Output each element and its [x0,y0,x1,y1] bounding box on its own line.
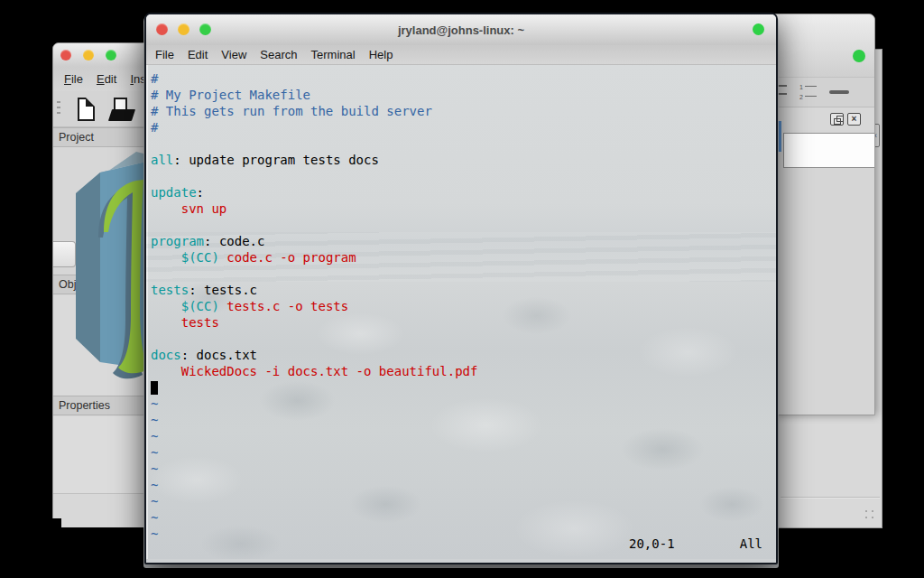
window-status-dot [753,23,764,35]
vim-line [151,217,477,233]
new-document-icon[interactable] [78,98,95,121]
terminal-window: jryland@johns-linux: ~ FileEditViewSearc… [144,13,778,564]
vim-line: WickedDocs -i docs.txt -o beautiful.pdf [151,363,477,379]
close-window-dot[interactable] [60,50,71,61]
vim-line [151,135,477,152]
numlist-bars [805,86,817,89]
minimize-window-dot[interactable] [83,50,94,61]
document-controls-strip: × [775,107,874,130]
vim-tilde: ~ [151,493,477,509]
statusbar-divider [781,497,880,498]
vim-line: tests [151,314,477,331]
numlist-digit: 2 [799,94,803,100]
vim-cursor [151,381,158,395]
terminal-menu-file[interactable]: File [155,48,174,61]
terminal-menu-view[interactable]: View [221,48,246,61]
right-window-toolbar: 1 2 [775,77,874,107]
terminal-title: jryland@johns-linux: ~ [398,23,524,37]
background-window-right: 1 2 × [774,14,875,415]
vim-tilde: ~ [151,526,477,542]
right-window-titlebar[interactable] [775,14,874,77]
vim-line: # This gets run from the build server [151,103,477,119]
vim-line [151,168,477,184]
numlist-digit: 1 [799,84,803,90]
terminal-menu-edit[interactable]: Edit [188,48,208,61]
restore-window-button[interactable] [830,113,844,126]
vim-tilde: ~ [151,477,477,493]
vim-line: docs: docs.txt [151,347,477,363]
open-folder-icon[interactable] [110,98,137,121]
close-document-button[interactable]: × [847,113,861,126]
vim-line: all: update program tests docs [151,152,477,168]
resize-grip-icon[interactable] [864,508,876,521]
window-status-dot [853,50,865,62]
document-page[interactable] [783,133,874,168]
terminal-menu-help[interactable]: Help [369,48,393,61]
vim-tilde: ~ [151,412,477,428]
window-corner-notch [52,518,61,528]
vim-line: $(CC) tests.c -o tests [151,298,477,314]
toolbar-grip-handle[interactable] [57,101,60,117]
close-window-dot[interactable] [156,23,168,35]
app-menu-file[interactable]: File [64,72,83,86]
terminal-menubar: FileEditViewSearchTerminalHelp [146,45,776,65]
vim-tilde: ~ [151,461,477,477]
vim-line: update: [151,184,477,200]
vim-tilde: ~ [151,444,477,461]
numbered-list-icon[interactable]: 1 2 [799,84,817,100]
side-tab-button[interactable] [53,241,76,267]
vim-tilde: ~ [151,509,477,526]
vim-line: program: code.c [151,233,477,249]
terminal-screen[interactable]: ## My Project Makefile# This gets run fr… [146,65,776,559]
terminal-menu-terminal[interactable]: Terminal [311,48,356,61]
terminal-titlebar[interactable]: jryland@johns-linux: ~ [146,14,776,45]
vim-ruler-position: 20,0-1 [629,536,675,553]
traffic-lights [156,23,211,35]
vim-line [151,331,477,347]
vim-line: $(CC) code.c -o program [151,249,477,266]
vim-line [151,266,477,282]
vim-buffer: ## My Project Makefile# This gets run fr… [151,70,477,542]
vim-line: # My Project Makefile [151,87,477,103]
vim-tilde: ~ [151,396,477,412]
vim-line: # [151,119,477,135]
vim-line: tests: tests.c [151,282,477,298]
terminal-menu-search[interactable]: Search [260,48,297,61]
vim-line: svn up [151,200,477,217]
toolbar-blue-sliver [778,121,781,152]
vim-tilde: ~ [151,428,477,444]
separator-dash-icon [829,90,849,94]
app-menu-edit[interactable]: Edit [97,72,116,86]
open-folder-front [108,109,135,121]
numlist-bars [805,96,817,99]
vim-ruler-scroll: All [740,536,762,553]
maximize-window-dot[interactable] [199,23,211,35]
terminal-bottom-frame [146,559,776,563]
vim-line: # [151,70,477,87]
minimize-window-dot[interactable] [178,23,189,35]
vim-line [151,379,477,396]
maximize-window-dot[interactable] [106,50,116,61]
